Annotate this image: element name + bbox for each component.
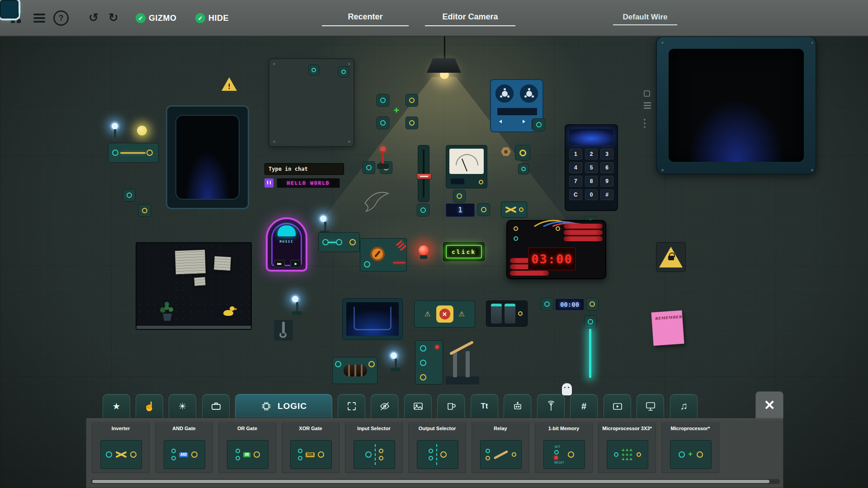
- pegboard[interactable]: [136, 242, 252, 330]
- redo-button[interactable]: ↻: [108, 12, 118, 23]
- shelf-item-xor-gate[interactable]: XOR Gate XOR: [282, 422, 340, 473]
- error-indicator[interactable]: ⚠ ✕ ⚠: [414, 300, 475, 328]
- rewind-icon[interactable]: [499, 120, 502, 123]
- port-node[interactable]: [417, 204, 429, 216]
- tab-video[interactable]: [604, 394, 631, 418]
- editor-camera-button[interactable]: Editor Camera: [425, 12, 515, 26]
- undo-button[interactable]: ↺: [89, 12, 99, 23]
- gauge-node[interactable]: [477, 203, 490, 216]
- crt-monitor[interactable]: [656, 36, 816, 174]
- catapult-machine[interactable]: [446, 340, 479, 385]
- tab-frame[interactable]: [338, 394, 365, 418]
- recenter-button[interactable]: Recenter: [322, 12, 409, 26]
- shelf-item-microprocessor[interactable]: Microprocessor* +: [661, 422, 719, 473]
- play-button[interactable]: ▶: [290, 260, 301, 267]
- gauge-node[interactable]: [406, 117, 418, 129]
- keypad[interactable]: 1 2 3 4 5 6 7 8 9 C 0 #: [565, 124, 618, 211]
- port-node[interactable]: [377, 117, 389, 129]
- led-blue[interactable]: [320, 216, 330, 235]
- tab-robots[interactable]: [504, 394, 531, 418]
- gauge-node[interactable]: [586, 298, 599, 310]
- tab-audio[interactable]: ♫: [670, 394, 698, 418]
- tablet-panel[interactable]: [166, 105, 249, 209]
- warning-triangle[interactable]: !: [222, 77, 237, 91]
- help-button[interactable]: ?: [53, 10, 69, 26]
- tab-hidden[interactable]: [371, 394, 398, 418]
- shelf-scrollbar[interactable]: [91, 479, 780, 484]
- wire-board[interactable]: [318, 232, 360, 252]
- shelf-item-and-gate[interactable]: AND Gate AND: [155, 422, 213, 473]
- port-node[interactable]: [533, 118, 545, 131]
- gauge-node[interactable]: [453, 190, 466, 202]
- display-screen[interactable]: [342, 298, 403, 340]
- digit-display[interactable]: 1: [446, 203, 475, 217]
- shelf-item-1-bit-memory[interactable]: 1-bit Memory SET RESET: [535, 422, 593, 473]
- digital-counter[interactable]: 00:00: [541, 296, 599, 314]
- skip-button[interactable]: ▶▶: [274, 260, 285, 267]
- hanging-lamp[interactable]: [427, 37, 462, 79]
- lock-warning-sign[interactable]: [656, 242, 686, 272]
- jukebox[interactable]: MUSIC ▶▶ ▶: [266, 217, 307, 272]
- gauge-node[interactable]: [515, 145, 530, 160]
- tab-images[interactable]: [404, 394, 432, 418]
- port-node[interactable]: [377, 94, 389, 107]
- shelf-item-input-selector[interactable]: Input Selector: [345, 422, 403, 473]
- tab-numbers[interactable]: #: [570, 394, 598, 418]
- port-node[interactable]: [363, 161, 375, 174]
- tab-logic[interactable]: LOGIC: [235, 394, 332, 418]
- port-node[interactable]: [308, 65, 319, 75]
- wire-selector[interactable]: Default Wire: [613, 13, 677, 25]
- keypad-key[interactable]: 3: [600, 149, 613, 160]
- shelf-item-microprocessor-3x3[interactable]: Microprocessor 3X3* +++ +++ +++: [598, 422, 656, 473]
- bomb-timer[interactable]: 03:00: [506, 220, 606, 279]
- led-red[interactable]: [419, 245, 429, 259]
- sticky-note[interactable]: REMEMBER: [651, 310, 684, 346]
- battery-pack[interactable]: [486, 300, 528, 327]
- swatch-navy[interactable]: [0, 0, 18, 18]
- keypad-key[interactable]: 9: [600, 176, 613, 187]
- keypad-key[interactable]: 6: [600, 162, 613, 173]
- voltmeter[interactable]: [446, 145, 487, 188]
- rotary-knob[interactable]: [370, 247, 385, 261]
- keypad-key[interactable]: C: [569, 189, 582, 200]
- port-board[interactable]: [415, 340, 443, 385]
- wall-panel[interactable]: [269, 58, 354, 147]
- shelf-item-output-selector[interactable]: Output Selector: [408, 422, 466, 473]
- port-node[interactable]: [123, 189, 136, 202]
- gauge-node[interactable]: [138, 204, 151, 217]
- shelf-item-inverter[interactable]: Inverter: [92, 422, 150, 473]
- dial-gadget[interactable]: [360, 238, 407, 272]
- led-blue[interactable]: [292, 296, 302, 315]
- tab-text[interactable]: Tt: [471, 394, 498, 418]
- hook-tool[interactable]: [274, 320, 293, 341]
- keypad-key[interactable]: 2: [585, 149, 598, 160]
- tab-signal[interactable]: [537, 394, 565, 418]
- keypad-key[interactable]: 8: [585, 176, 598, 187]
- tab-favorites[interactable]: ★: [103, 394, 130, 418]
- chat-sign[interactable]: Type in chat HELLO WORLD: [264, 163, 344, 188]
- red-lever[interactable]: [376, 146, 390, 174]
- gauge-node[interactable]: [406, 94, 418, 107]
- port-node[interactable]: [518, 164, 529, 174]
- play-icon[interactable]: [523, 120, 525, 123]
- logic-chip-cluster[interactable]: +: [377, 94, 420, 132]
- editor-canvas[interactable]: ! +: [0, 0, 868, 488]
- click-button[interactable]: click: [443, 242, 485, 261]
- tab-props[interactable]: [437, 394, 465, 418]
- shelf-item-relay[interactable]: Relay: [472, 422, 529, 473]
- scrollbar-handle[interactable]: [92, 480, 769, 483]
- gizmo-toggle[interactable]: ✓ GIZMO: [136, 13, 177, 23]
- close-shelf-button[interactable]: ✕: [755, 391, 783, 418]
- tab-light[interactable]: ☀: [169, 394, 196, 418]
- lamp-gadget[interactable]: [108, 123, 162, 164]
- tab-tools[interactable]: [202, 394, 230, 418]
- tab-screens[interactable]: [637, 394, 664, 418]
- port-node[interactable]: [338, 66, 349, 77]
- robot-figure[interactable]: [562, 383, 572, 395]
- wall-strip[interactable]: [644, 90, 654, 163]
- hide-toggle[interactable]: ✓ HIDE: [195, 13, 229, 23]
- led-blue[interactable]: [391, 352, 401, 371]
- keypad-key[interactable]: 1: [569, 149, 582, 160]
- shelf-item-or-gate[interactable]: OR Gate OR: [218, 422, 276, 473]
- keypad-key[interactable]: #: [600, 189, 613, 200]
